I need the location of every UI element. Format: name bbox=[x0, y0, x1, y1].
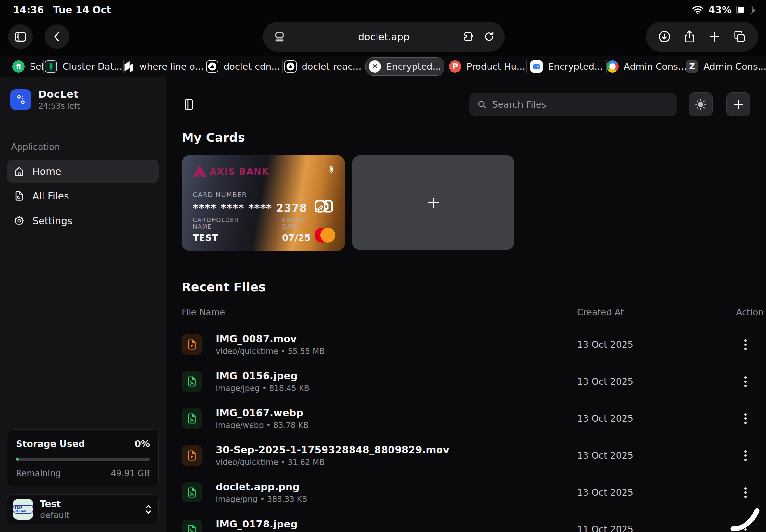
status-date: Tue 14 Oct bbox=[53, 4, 111, 16]
chevron-up-down-icon bbox=[143, 504, 153, 515]
product-hunt-favicon: P bbox=[449, 60, 461, 73]
row-actions-button[interactable] bbox=[740, 374, 750, 390]
table-row[interactable]: 30-Sep-2025-1-1759328848_8809829.mov vid… bbox=[182, 437, 750, 474]
tab-label: Cluster Dat... bbox=[62, 61, 122, 72]
file-name: IMG_0167.webp bbox=[216, 407, 309, 418]
sidebar-item-home[interactable]: Home bbox=[7, 160, 159, 183]
tab-product-hunt[interactable]: P Product Hu... bbox=[447, 56, 527, 77]
mastercard-logo-icon bbox=[314, 227, 335, 243]
cards-row: AXIS BANK CARD NUMBER **** **** **** 237… bbox=[182, 155, 750, 251]
tab-seller[interactable]: fi Selle bbox=[0, 56, 44, 77]
bank-card[interactable]: AXIS BANK CARD NUMBER **** **** **** 237… bbox=[182, 155, 345, 251]
app-sidebar: DocLet 24:53s left Application Home All … bbox=[0, 77, 166, 532]
profile-name: Test bbox=[40, 499, 69, 509]
new-tab-icon[interactable] bbox=[708, 30, 721, 43]
ipad-screen: 14:36 Tue 14 Oct 43% bbox=[0, 0, 766, 532]
doclet-app-page: DocLet 24:53s left Application Home All … bbox=[0, 77, 766, 532]
tab-doclet-react[interactable]: doclet-reac... bbox=[283, 56, 363, 77]
reload-icon[interactable] bbox=[483, 31, 495, 42]
tab-label: Admin Cons... bbox=[624, 61, 687, 72]
add-file-button[interactable] bbox=[726, 92, 750, 116]
tab-doclet-cdn[interactable]: doclet-cdn... bbox=[203, 56, 283, 77]
image-file-icon bbox=[182, 371, 202, 392]
table-row[interactable]: doclet.app.png image/png • 388.33 KB 13 … bbox=[182, 474, 750, 511]
table-row[interactable]: IMG_0087.mov video/quicktime • 55.55 MB … bbox=[182, 326, 750, 363]
tab-cluster-database[interactable]: Cluster Dat... bbox=[44, 56, 124, 77]
file-name: IMG_0178.jpeg bbox=[216, 518, 309, 530]
wallet-favicon bbox=[530, 60, 543, 73]
video-file-icon bbox=[182, 334, 202, 355]
session-timer: 24:53s left bbox=[38, 102, 80, 111]
recent-files-title: Recent Files bbox=[182, 280, 750, 294]
extensions-icon[interactable] bbox=[463, 31, 474, 42]
row-actions-button[interactable] bbox=[740, 485, 750, 501]
sidebar-item-settings[interactable]: Settings bbox=[7, 209, 159, 232]
sidebar-item-label: Settings bbox=[32, 215, 72, 226]
close-tab-icon[interactable]: ✕ bbox=[369, 60, 381, 73]
table-row[interactable]: IMG_0178.jpeg image/jpeg • 103.03 KB 11 … bbox=[182, 511, 750, 532]
expiry-label: EXPIRE DATE bbox=[282, 216, 314, 230]
table-row[interactable]: IMG_0156.jpeg image/jpeg • 818.45 KB 13 … bbox=[182, 363, 750, 400]
table-row[interactable]: IMG_0167.webp image/webp • 83.78 KB 13 O… bbox=[182, 400, 750, 437]
image-file-icon bbox=[182, 482, 202, 502]
main-header bbox=[182, 92, 750, 116]
tab-encrypted-active[interactable]: ✕ Encrypted... bbox=[365, 57, 444, 76]
home-icon bbox=[14, 166, 25, 177]
clock: 14:36 bbox=[13, 4, 44, 16]
tab-where-line[interactable]: where line o... bbox=[124, 56, 203, 77]
battery-percent: 43% bbox=[708, 4, 732, 16]
tab-label: Product Hu... bbox=[467, 61, 525, 72]
file-name: doclet.app.png bbox=[216, 481, 307, 492]
deploy-triangle-favicon bbox=[284, 60, 297, 73]
toolbar-actions bbox=[646, 22, 758, 52]
workspace-switcher[interactable]: STAR DESIGN Test default bbox=[7, 494, 159, 524]
tab-label: doclet-cdn... bbox=[224, 61, 280, 72]
cardholder-name: TEST bbox=[193, 233, 244, 243]
row-actions-button[interactable] bbox=[740, 337, 750, 353]
file-created-at: 13 Oct 2025 bbox=[577, 413, 736, 424]
column-file-name: File Name bbox=[182, 307, 577, 317]
tab-encrypted-2[interactable]: Encrypted... bbox=[527, 56, 607, 77]
tab-admin-console-2[interactable]: Z Admin Cons... bbox=[686, 56, 766, 77]
sidebar-section-label: Application bbox=[11, 142, 159, 152]
profile-workspace: default bbox=[40, 510, 69, 520]
file-meta: image/jpeg • 818.45 KB bbox=[216, 384, 309, 393]
doclet-logo-icon bbox=[10, 89, 31, 110]
downloads-icon[interactable] bbox=[658, 30, 671, 43]
theme-toggle-button[interactable] bbox=[689, 92, 713, 116]
sidebar-collapse-icon[interactable] bbox=[182, 97, 196, 112]
back-button[interactable] bbox=[45, 24, 69, 49]
avatar: STAR DESIGN bbox=[13, 499, 33, 520]
sidebar-item-all-files[interactable]: All Files bbox=[7, 184, 159, 208]
fiverr-favicon: fi bbox=[12, 60, 25, 73]
row-actions-button[interactable] bbox=[740, 448, 750, 464]
storage-card: Storage Used 0% Remaining 49.91 GB bbox=[7, 429, 159, 487]
copy-card-icon[interactable] bbox=[314, 199, 333, 214]
tab-admin-console-1[interactable]: Admin Cons... bbox=[607, 56, 687, 77]
file-meta: image/webp • 83.78 KB bbox=[216, 421, 309, 430]
image-file-icon bbox=[182, 520, 202, 532]
row-actions-button[interactable] bbox=[740, 411, 750, 427]
tab-overview-icon[interactable] bbox=[733, 30, 746, 43]
address-bar[interactable]: doclet.app bbox=[263, 22, 505, 52]
search-input[interactable] bbox=[492, 99, 669, 110]
wifi-icon bbox=[692, 6, 704, 14]
app-brand: DocLet 24:53s left bbox=[7, 87, 159, 112]
file-meta: video/quicktime • 31.62 MB bbox=[216, 458, 449, 467]
browser-sidebar-toggle-button[interactable] bbox=[8, 24, 33, 49]
storage-percent: 0% bbox=[134, 439, 150, 449]
remaining-value: 49.91 GB bbox=[111, 468, 150, 478]
storage-progress-fill bbox=[16, 458, 18, 461]
file-name: IMG_0156.jpeg bbox=[216, 370, 309, 381]
pencil-scribble-stroke bbox=[729, 507, 761, 532]
tab-label: Admin Cons... bbox=[703, 61, 766, 72]
file-created-at: 13 Oct 2025 bbox=[577, 450, 736, 461]
cardholder-label: CARDHOLDER NAME bbox=[193, 216, 244, 230]
contactless-icon bbox=[324, 165, 334, 175]
deploy-triangle-favicon bbox=[206, 60, 218, 73]
add-card-button[interactable] bbox=[352, 155, 515, 250]
white-mark-favicon bbox=[124, 61, 134, 72]
app-name: DocLet bbox=[38, 88, 80, 100]
share-icon[interactable] bbox=[683, 30, 696, 43]
search-bar[interactable] bbox=[469, 93, 677, 116]
